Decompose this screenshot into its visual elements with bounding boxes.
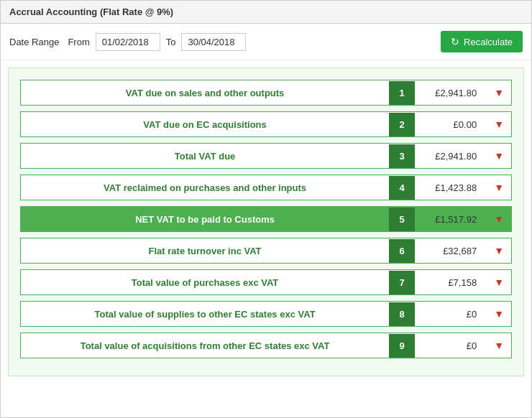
vat-row-num-5: 5 (389, 208, 415, 231)
vat-row-num-8: 8 (389, 302, 415, 326)
vat-row-value-1: £2,941.80 (415, 81, 487, 105)
vat-row-5: NET VAT to be paid to Customs 5 £1,517.9… (20, 206, 512, 232)
vat-row-arrow-2[interactable] (487, 112, 511, 136)
vat-row-1: VAT due on sales and other outputs 1 £2,… (20, 80, 512, 106)
vat-row-label-7: Total value of purchases exc VAT (21, 271, 389, 294)
vat-row-label-2: VAT due on EC acquisitions (21, 113, 389, 136)
vat-row-label-3: Total VAT due (21, 144, 389, 168)
date-range-label: Date Range (9, 37, 59, 47)
vat-row-value-4: £1,423.88 (415, 176, 487, 200)
recalculate-button[interactable]: ↻ Recalculate (441, 31, 523, 52)
from-label: From (68, 37, 89, 47)
main-window: Accrual Accounting (Flat Rate @ 9%) Date… (0, 0, 532, 418)
recalculate-label: Recalculate (464, 37, 513, 47)
vat-row-label-6: Flat rate turnover inc VAT (21, 239, 389, 263)
vat-row-value-3: £2,941.80 (415, 144, 487, 168)
vat-row-num-9: 9 (389, 334, 415, 358)
vat-row-arrow-6[interactable] (487, 238, 511, 263)
vat-row-arrow-4[interactable] (487, 175, 511, 200)
date-range-bar: Date Range From To ↻ Recalculate (1, 24, 531, 60)
vat-row-2: VAT due on EC acquisitions 2 £0.00 (20, 111, 512, 137)
vat-row-3: Total VAT due 3 £2,941.80 (20, 143, 512, 169)
vat-row-value-2: £0.00 (415, 113, 487, 136)
vat-row-value-9: £0 (415, 334, 487, 358)
vat-table: VAT due on sales and other outputs 1 £2,… (8, 68, 524, 376)
vat-row-label-4: VAT reclaimed on purchases and other inp… (21, 176, 389, 200)
title-bar: Accrual Accounting (Flat Rate @ 9%) (1, 1, 531, 24)
vat-row-4: VAT reclaimed on purchases and other inp… (20, 175, 512, 200)
vat-row-num-2: 2 (389, 113, 415, 136)
to-label: To (166, 37, 176, 47)
vat-row-6: Flat rate turnover inc VAT 6 £32,687 (20, 238, 512, 264)
vat-row-arrow-8[interactable] (487, 302, 511, 326)
vat-row-arrow-7[interactable] (487, 270, 511, 294)
vat-row-value-6: £32,687 (415, 239, 487, 263)
vat-row-num-6: 6 (389, 239, 415, 263)
vat-row-8: Total value of supplies to other EC stat… (20, 301, 512, 327)
vat-row-arrow-5[interactable] (487, 207, 511, 231)
vat-row-arrow-3[interactable] (487, 144, 511, 168)
vat-row-arrow-9[interactable] (487, 333, 511, 358)
vat-row-label-1: VAT due on sales and other outputs (21, 81, 389, 105)
vat-row-num-1: 1 (389, 81, 415, 105)
from-date-input[interactable] (96, 33, 160, 51)
vat-row-value-7: £7,158 (415, 271, 487, 294)
window-title: Accrual Accounting (Flat Rate @ 9%) (9, 6, 173, 17)
vat-row-num-4: 4 (389, 176, 415, 200)
vat-row-value-8: £0 (415, 302, 487, 326)
vat-row-label-9: Total value of acquisitions from other E… (21, 334, 389, 358)
vat-row-num-3: 3 (389, 144, 415, 168)
vat-row-label-5: NET VAT to be paid to Customs (21, 208, 389, 231)
vat-row-9: Total value of acquisitions from other E… (20, 333, 512, 358)
vat-row-value-5: £1,517.92 (415, 208, 487, 231)
vat-row-arrow-1[interactable] (487, 80, 511, 105)
refresh-icon: ↻ (451, 36, 459, 47)
vat-row-7: Total value of purchases exc VAT 7 £7,15… (20, 269, 512, 295)
vat-row-label-8: Total value of supplies to other EC stat… (21, 302, 389, 326)
vat-row-num-7: 7 (389, 271, 415, 294)
to-date-input[interactable] (181, 33, 246, 51)
